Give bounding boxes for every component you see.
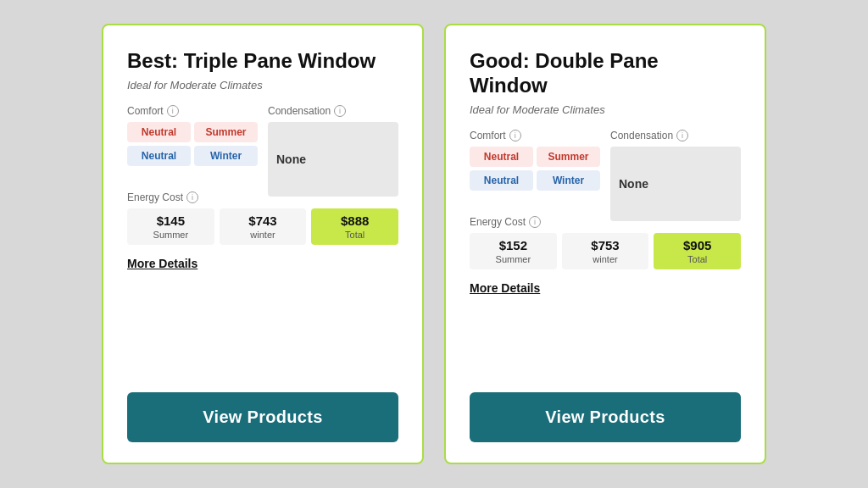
condensation-info-icon[interactable]: i <box>334 105 346 117</box>
card-subtitle: Ideal for Moderate Climates <box>470 103 741 116</box>
comfort-tag-summer: Summer <box>194 122 258 142</box>
view-products-button[interactable]: View Products <box>470 392 741 442</box>
card-subtitle: Ideal for Moderate Climates <box>127 79 398 92</box>
energy-section: Energy Cost i $145 Summer $743 winter $8… <box>127 191 398 245</box>
energy-amount-summer: $145 <box>134 214 208 228</box>
card-title: Best: Triple Pane Window <box>127 49 398 74</box>
condensation-box: None <box>268 122 398 197</box>
comfort-block: Comfort i Neutral Summer Neutral Winter <box>127 105 258 180</box>
comfort-tag-winter: Winter <box>194 146 258 166</box>
energy-section: Energy Cost i $152 Summer $753 winter $9… <box>470 216 741 269</box>
spacer <box>470 308 741 392</box>
condensation-box: None <box>610 147 741 221</box>
condensation-block: Condensation i None <box>268 105 398 180</box>
comfort-tag-neutral-winter: Neutral <box>127 146 191 166</box>
energy-cell-winter: $743 winter <box>220 208 307 245</box>
comfort-info-icon[interactable]: i <box>509 130 521 141</box>
energy-label: Energy Cost i <box>127 191 398 203</box>
more-details-link[interactable]: More Details <box>470 281 741 295</box>
card-good-double-pane: Good: Double Pane Window Ideal for Moder… <box>444 24 766 464</box>
energy-info-icon[interactable]: i <box>186 191 198 203</box>
energy-amount-winter: $753 <box>569 238 643 252</box>
energy-amount-total: $905 <box>660 238 734 252</box>
comfort-condensation-row: Comfort i Neutral Summer Neutral Winter … <box>127 105 398 180</box>
comfort-tag-winter: Winter <box>537 170 600 191</box>
comfort-block: Comfort i Neutral Summer Neutral Winter <box>470 130 600 204</box>
comfort-info-icon[interactable]: i <box>167 105 179 117</box>
energy-cell-summer: $145 Summer <box>127 208 214 245</box>
page-wrapper: Best: Triple Pane Window Ideal for Moder… <box>0 0 868 488</box>
energy-season-winter: winter <box>569 254 643 264</box>
energy-row: $152 Summer $753 winter $905 Total <box>470 233 741 269</box>
energy-cell-total: $888 Total <box>311 208 398 245</box>
energy-info-icon[interactable]: i <box>529 216 541 228</box>
card-best-triple-pane: Best: Triple Pane Window Ideal for Moder… <box>102 24 424 464</box>
energy-amount-winter: $743 <box>226 214 300 228</box>
card-title: Good: Double Pane Window <box>470 49 741 98</box>
more-details-link[interactable]: More Details <box>127 257 398 270</box>
energy-season-total: Total <box>660 254 734 264</box>
condensation-block: Condensation i None <box>610 130 741 204</box>
energy-amount-summer: $152 <box>476 238 550 252</box>
comfort-tag-neutral: Neutral <box>127 122 191 142</box>
energy-cell-total: $905 Total <box>654 233 741 269</box>
energy-season-summer: Summer <box>134 230 208 240</box>
condensation-label: Condensation i <box>268 105 398 117</box>
comfort-label: Comfort i <box>470 130 600 141</box>
comfort-condensation-row: Comfort i Neutral Summer Neutral Winter … <box>470 130 741 204</box>
energy-row: $145 Summer $743 winter $888 Total <box>127 208 398 245</box>
condensation-info-icon[interactable]: i <box>676 130 688 141</box>
comfort-grid: Neutral Summer Neutral Winter <box>470 147 600 191</box>
energy-amount-total: $888 <box>318 214 392 228</box>
comfort-label: Comfort i <box>127 105 258 117</box>
comfort-tag-neutral-winter: Neutral <box>470 170 533 191</box>
energy-season-winter: winter <box>226 230 300 240</box>
condensation-label: Condensation i <box>610 130 741 141</box>
spacer <box>127 284 398 392</box>
energy-cell-summer: $152 Summer <box>470 233 557 269</box>
view-products-button[interactable]: View Products <box>127 392 398 442</box>
comfort-grid: Neutral Summer Neutral Winter <box>127 122 258 166</box>
comfort-tag-summer: Summer <box>537 147 600 167</box>
energy-label: Energy Cost i <box>470 216 741 228</box>
energy-season-summer: Summer <box>476 254 550 264</box>
energy-cell-winter: $753 winter <box>562 233 649 269</box>
comfort-tag-neutral: Neutral <box>470 147 533 167</box>
energy-season-total: Total <box>318 230 392 240</box>
